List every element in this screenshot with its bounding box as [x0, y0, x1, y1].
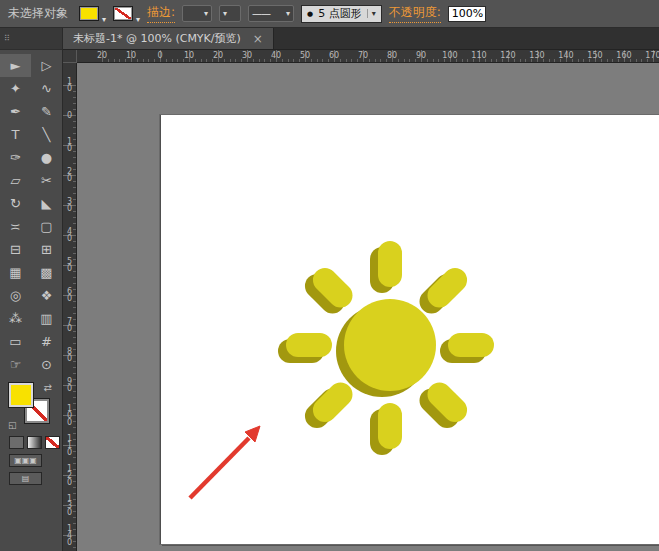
scissors-tool[interactable]: ✂ [31, 169, 62, 192]
gradient-button[interactable] [27, 436, 42, 449]
chevron-down-icon: ▾ [367, 9, 376, 18]
slice-tool[interactable]: # [31, 330, 62, 353]
chevron-down-icon: ▾ [204, 9, 208, 18]
ruler-number: 20 [213, 51, 223, 60]
canvas-row: 1 001 02 03 04 05 06 07 08 09 01 0 01 1 … [63, 63, 659, 551]
ruler-horizontal[interactable]: 2010010203040506070809010011012013014015… [77, 50, 659, 63]
ruler-number: 1 2 0 [65, 465, 74, 486]
tool-grid: ►▷✦∿✒✎T╲✑●▱✂↻◣≍▢⊟⊞▦▩◎❖⁂▥▭#☞⊙ [0, 54, 62, 376]
pen-tool[interactable]: ✒ [0, 100, 31, 123]
artboard-tool[interactable]: ▭ [0, 330, 31, 353]
brush-definition-value: 5 点圆形 [318, 6, 362, 21]
draw-mode-button[interactable]: ▣▣▣ [9, 454, 42, 467]
column-graph-tool[interactable]: ▥ [31, 307, 62, 330]
stroke-weight-dropdown[interactable]: ▾ [182, 5, 212, 22]
width-tool[interactable]: ≍ [0, 215, 31, 238]
none-button[interactable] [45, 436, 60, 449]
ruler-origin-corner[interactable] [63, 50, 77, 63]
ruler-number: 5 0 [65, 258, 74, 272]
rotate-tool[interactable]: ↻ [0, 192, 31, 215]
ruler-number: 0 [65, 112, 74, 119]
sun-ray [378, 241, 402, 287]
type-tool[interactable]: T [0, 123, 31, 146]
fill-dropdown-icon[interactable]: ▾ [102, 15, 106, 27]
eyedropper-tool[interactable]: ◎ [0, 284, 31, 307]
ruler-number: 160 [616, 51, 631, 60]
annotation-arrow [190, 426, 260, 498]
ruler-number: 2 0 [65, 168, 74, 182]
sun-ray [286, 333, 332, 357]
ruler-number: 1 4 0 [65, 525, 74, 546]
close-icon[interactable]: × [253, 32, 263, 46]
ruler-number: 40 [271, 51, 281, 60]
sun-top[interactable] [286, 241, 494, 449]
ruler-number: 1 0 [65, 78, 74, 92]
stroke-dropdown-icon[interactable]: ▾ [136, 15, 140, 27]
opacity-panel-link[interactable]: 不透明度: [389, 4, 441, 23]
magic-wand-tool[interactable]: ✦ [0, 77, 31, 100]
opacity-input[interactable]: 100% [448, 6, 486, 22]
ruler-number: 8 0 [65, 348, 74, 362]
chevron-down-icon: ▾ [286, 9, 290, 18]
sun-ray [378, 403, 402, 449]
artwork-overlay [77, 63, 659, 551]
stroke-panel-link[interactable]: 描边: [147, 4, 175, 23]
perspective-grid-tool[interactable]: ⊞ [31, 238, 62, 261]
mesh-tool[interactable]: ▦ [0, 261, 31, 284]
ruler-vertical[interactable]: 1 001 02 03 04 05 06 07 08 09 01 0 01 1 … [63, 63, 77, 551]
selection-status: 未选择对象 [8, 5, 68, 22]
shape-builder-tool[interactable]: ⊟ [0, 238, 31, 261]
ruler-number: 30 [242, 51, 252, 60]
ruler-number: 60 [329, 51, 339, 60]
color-button[interactable] [9, 436, 24, 449]
zoom-tool[interactable]: ⊙ [31, 353, 62, 376]
ruler-number: 1 0 0 [65, 405, 74, 426]
canvas[interactable] [77, 63, 659, 551]
ruler-number: 3 0 [65, 198, 74, 212]
line-segment-tool[interactable]: ╲ [31, 123, 62, 146]
ruler-number: 20 [97, 51, 107, 60]
free-transform-tool[interactable]: ▢ [31, 215, 62, 238]
sun-ray [448, 333, 494, 357]
ruler-number: 120 [500, 51, 515, 60]
pencil-tool[interactable]: ✎ [31, 100, 62, 123]
color-mode-row [0, 432, 62, 449]
document-tab-title: 未标题-1* @ 100% (CMYK/预览) [73, 31, 241, 46]
stroke-options-dropdown[interactable]: ▾ [219, 5, 241, 22]
tools-panel-grip[interactable]: ⠿ [0, 28, 62, 50]
screen-mode-button[interactable]: ▤ [9, 472, 42, 485]
scale-tool[interactable]: ◣ [31, 192, 62, 215]
ruler-number: 80 [387, 51, 397, 60]
ruler-number: 4 0 [65, 228, 74, 242]
ruler-number: 50 [300, 51, 310, 60]
fill-proxy-swatch[interactable] [9, 383, 33, 407]
lasso-tool[interactable]: ∿ [31, 77, 62, 100]
blend-tool[interactable]: ❖ [31, 284, 62, 307]
ruler-number: 1 3 0 [65, 495, 74, 516]
fill-color-swatch[interactable] [79, 6, 99, 21]
brush-dot-icon: ● [307, 10, 313, 18]
stroke-color-swatch[interactable] [113, 6, 133, 21]
illustrator-window: 未选择对象 ▾ ▾ 描边: ▾ ▾ —— ▾ ● 5 点圆形 ▾ 不透明度: 1… [0, 0, 659, 551]
ruler-number: 100 [442, 51, 457, 60]
swap-fill-stroke-icon[interactable]: ⇄ [44, 382, 52, 393]
eraser-tool[interactable]: ▱ [0, 169, 31, 192]
hand-tool[interactable]: ☞ [0, 353, 31, 376]
default-fill-stroke-icon[interactable]: ◱ [8, 420, 17, 430]
ruler-number: 170 [645, 51, 659, 60]
brush-definition-dropdown[interactable]: ● 5 点圆形 ▾ [301, 5, 382, 23]
tools-panel: ⠿ ►▷✦∿✒✎T╲✑●▱✂↻◣≍▢⊟⊞▦▩◎❖⁂▥▭#☞⊙ ⇄ ◱ ▣▣▣ ▤ [0, 28, 63, 551]
document-tab[interactable]: 未标题-1* @ 100% (CMYK/预览) × [63, 28, 274, 49]
direct-selection-tool[interactable]: ▷ [31, 54, 62, 77]
paintbrush-tool[interactable]: ✑ [0, 146, 31, 169]
ruler-number: 0 [157, 51, 162, 60]
gradient-tool[interactable]: ▩ [31, 261, 62, 284]
sun-core [344, 299, 436, 391]
blob-brush-tool[interactable]: ● [31, 146, 62, 169]
ruler-number: 6 0 [65, 288, 74, 302]
symbol-sprayer-tool[interactable]: ⁂ [0, 307, 31, 330]
selection-tool[interactable]: ► [0, 54, 31, 77]
ruler-number: 10 [184, 51, 194, 60]
chevron-down-icon: ▾ [223, 9, 227, 18]
width-profile-dropdown[interactable]: —— ▾ [248, 5, 294, 22]
